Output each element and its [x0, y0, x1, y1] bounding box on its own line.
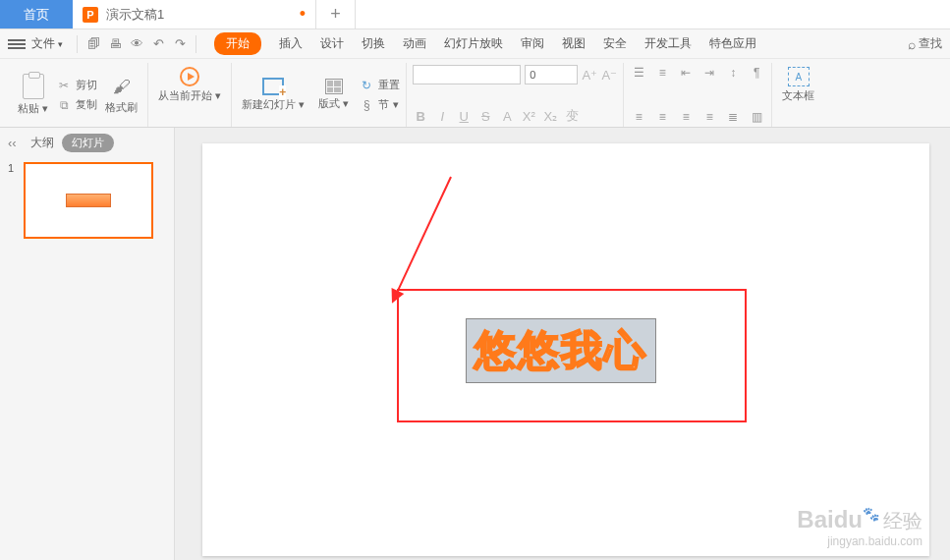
columns-icon[interactable]: ▥	[748, 109, 765, 125]
increase-font-button[interactable]: A⁺	[582, 68, 597, 83]
reset-button[interactable]: 重置	[359, 78, 400, 93]
line-spacing-icon[interactable]: ↕	[724, 65, 742, 81]
group-font: 0 A⁺ A⁻ B I U S A X² X₂ 变	[407, 63, 624, 127]
play-from-current-button[interactable]: 从当前开始 ▾	[154, 65, 225, 105]
hamburger-icon[interactable]	[8, 39, 26, 49]
group-slideshow: 从当前开始 ▾	[148, 63, 232, 127]
change-case-button[interactable]: 变	[564, 107, 580, 125]
layout-button[interactable]: 版式 ▾	[314, 77, 353, 113]
section-button[interactable]: 节 ▾	[359, 97, 400, 113]
align-right-icon[interactable]: ≡	[677, 109, 695, 125]
thumbnail-row[interactable]: 1	[8, 162, 166, 239]
copy-button[interactable]: ⧉复制	[56, 97, 97, 113]
indent-decrease-icon[interactable]: ⇤	[677, 65, 695, 81]
search-box[interactable]: ⌕ 查找	[908, 35, 942, 52]
group-textbox: A 文本框	[772, 63, 824, 127]
annotation-arrow	[392, 177, 452, 303]
text-direction-icon[interactable]: ¶	[748, 65, 765, 81]
group-slides: 新建幻灯片 ▾ 版式 ▾ 重置 节 ▾	[232, 63, 407, 127]
outline-tab[interactable]: 大纲	[30, 135, 54, 151]
scissors-icon: ✂	[56, 78, 72, 93]
chevron-down-icon: ▾	[58, 39, 63, 49]
font-family-select[interactable]	[413, 65, 521, 84]
tab-devtools[interactable]: 开发工具	[644, 35, 692, 52]
qat-print-icon[interactable]: 🖶	[105, 34, 125, 54]
numbering-icon[interactable]: ≡	[653, 65, 671, 81]
tab-document[interactable]: P 演示文稿1 •	[73, 0, 316, 28]
underline-button[interactable]: U	[456, 109, 472, 124]
modified-dot-icon: •	[300, 4, 306, 25]
text-object[interactable]: 悠悠我心	[466, 318, 656, 383]
align-left-icon[interactable]: ≡	[630, 109, 647, 125]
qat-undo-icon[interactable]: ↶	[148, 34, 168, 54]
thumb-text-preview	[66, 194, 111, 207]
main-area: ‹‹ 大纲 幻灯片 1 悠悠我心 Baidu🐾经验 jingyan.baidu.…	[0, 128, 950, 560]
textbox-button[interactable]: A 文本框	[778, 65, 818, 105]
separator	[196, 35, 196, 53]
font-size-input[interactable]: 0	[525, 65, 578, 84]
reset-icon	[359, 78, 374, 93]
ribbon: 粘贴 ▾ ✂剪切 ⧉复制 🖌 格式刷 从当前开始 ▾ 新建幻灯片 ▾ 版式 ▾ …	[0, 59, 950, 128]
paste-button[interactable]: 粘贴 ▾	[14, 72, 52, 118]
superscript-button[interactable]: X²	[521, 109, 536, 124]
slide-panel: ‹‹ 大纲 幻灯片 1	[0, 128, 175, 560]
bullets-icon[interactable]: ☰	[630, 65, 647, 81]
tab-review[interactable]: 审阅	[521, 35, 544, 52]
doc-title: 演示文稿1	[106, 6, 164, 24]
align-justify-icon[interactable]: ≡	[700, 109, 718, 125]
tab-design[interactable]: 设计	[320, 35, 344, 52]
collapse-panel-icon[interactable]: ‹‹	[8, 136, 17, 150]
subscript-button[interactable]: X₂	[542, 109, 558, 124]
strike-button[interactable]: S	[477, 109, 493, 124]
tab-view[interactable]: 视图	[562, 35, 586, 52]
play-icon	[180, 67, 199, 86]
cut-button[interactable]: ✂剪切	[56, 78, 97, 93]
layout-icon	[325, 79, 343, 94]
decrease-font-button[interactable]: A⁻	[601, 68, 617, 83]
format-brush-button[interactable]: 🖌 格式刷	[101, 73, 141, 117]
slide-canvas-area[interactable]: 悠悠我心 Baidu🐾经验 jingyan.baidu.com	[175, 128, 950, 560]
group-paragraph: ☰ ≡ ⇤ ⇥ ↕ ¶ ≡ ≡ ≡ ≡ ≣ ▥	[624, 63, 772, 127]
tab-security[interactable]: 安全	[603, 35, 627, 52]
brush-icon: 🖌	[110, 75, 134, 98]
font-color-button[interactable]: A	[499, 109, 515, 124]
tab-start[interactable]: 开始	[214, 32, 261, 55]
copy-icon: ⧉	[56, 97, 72, 113]
italic-button[interactable]: I	[434, 109, 450, 124]
slide-thumbnail[interactable]	[24, 162, 153, 239]
qat-preview-icon[interactable]: 👁	[127, 34, 146, 54]
new-slide-button[interactable]: 新建幻灯片 ▾	[238, 76, 308, 114]
slides-tab[interactable]: 幻灯片	[62, 134, 114, 152]
textbox-icon: A	[788, 67, 810, 86]
menu-bar: 文件▾ 🗐 🖶 👁 ↶ ↷ 开始 插入 设计 切换 动画 幻灯片放映 审阅 视图…	[0, 29, 950, 59]
file-menu[interactable]: 文件▾	[31, 35, 63, 52]
group-clipboard: 粘贴 ▾ ✂剪切 ⧉复制 🖌 格式刷	[8, 63, 148, 127]
bold-button[interactable]: B	[413, 109, 428, 124]
new-tab-button[interactable]: +	[316, 0, 356, 28]
indent-increase-icon[interactable]: ⇥	[700, 65, 718, 81]
clipboard-icon	[23, 74, 44, 99]
qat-redo-icon[interactable]: ↷	[170, 34, 190, 54]
separator	[77, 35, 78, 53]
tab-transition[interactable]: 切换	[362, 35, 385, 52]
tab-insert[interactable]: 插入	[279, 35, 303, 52]
presentation-icon: P	[83, 7, 98, 23]
slide-number: 1	[8, 162, 18, 174]
wordart-text: 悠悠我心	[475, 323, 647, 378]
tab-special[interactable]: 特色应用	[709, 35, 756, 52]
search-icon: ⌕	[908, 36, 916, 52]
title-tabs: 首页 P 演示文稿1 • +	[0, 0, 950, 29]
tab-home[interactable]: 首页	[0, 0, 73, 28]
align-center-icon[interactable]: ≡	[653, 109, 671, 125]
qat-save-icon[interactable]: 🗐	[84, 34, 103, 54]
distribute-icon[interactable]: ≣	[724, 109, 742, 125]
tab-slideshow[interactable]: 幻灯片放映	[444, 35, 503, 52]
new-slide-icon	[262, 78, 284, 95]
section-icon	[359, 97, 374, 113]
slide[interactable]: 悠悠我心	[202, 143, 929, 556]
tab-animation[interactable]: 动画	[403, 35, 426, 52]
ribbon-tabs: 开始 插入 设计 切换 动画 幻灯片放映 审阅 视图 安全 开发工具 特色应用	[214, 32, 756, 55]
